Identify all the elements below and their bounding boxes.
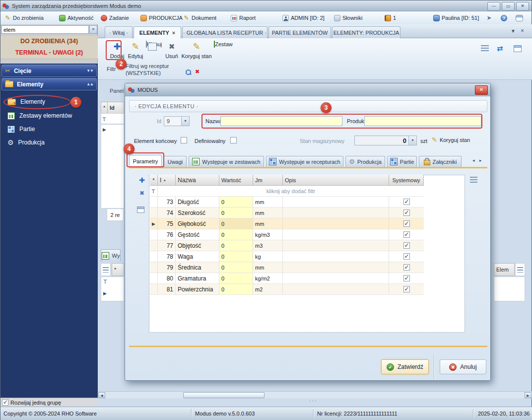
bg-right-column-header[interactable]: Elem — [494, 263, 515, 276]
clear-filter-icon[interactable]: ✖ — [195, 69, 200, 75]
column-chooser-icon[interactable] — [517, 267, 523, 273]
system-checkbox[interactable] — [403, 253, 410, 260]
menu-aktywnosc[interactable]: Aktywność — [59, 13, 94, 22]
grid-unit-header[interactable]: Jm — [253, 175, 283, 185]
column-chooser-icon[interactable] — [470, 177, 477, 183]
tab-close-icon[interactable]: × — [172, 30, 175, 36]
system-checkbox[interactable] — [403, 264, 410, 271]
table-row[interactable]: 74Szerokość0mm — [150, 208, 424, 218]
grid-value-header[interactable]: Wartość — [219, 175, 253, 185]
system-checkbox[interactable] — [403, 231, 410, 238]
menu-do-zrobienia[interactable]: ✎Do zrobienia — [4, 13, 44, 22]
help-button[interactable]: ? — [501, 13, 507, 22]
id-combo[interactable]: 9▼ — [164, 116, 190, 126]
tab-globalna-lista-receptur[interactable]: · GLOBALNA LISTA RECEPTUR · — [182, 26, 267, 38]
chevron-down-icon[interactable]: ▼ — [181, 117, 189, 126]
tab-partie-elementow[interactable]: PARTIE ELEMENTÓW — [268, 26, 331, 38]
tab-witaj[interactable]: · Witaj · — [105, 26, 133, 38]
scrollbar-thumb[interactable] — [183, 392, 265, 398]
tab-elementy-produkcja[interactable]: ELEMENTY: PRODUKCJA — [332, 26, 400, 38]
cancel-button[interactable]: ✖ Anuluj — [440, 359, 486, 374]
splitter-gripper[interactable]: ··· — [303, 397, 323, 404]
adjust-stock-button[interactable]: ✎ Koryguj stan — [432, 136, 470, 143]
chevron-down-icon[interactable]: ▼ — [408, 136, 416, 145]
restore-button[interactable]: ▭ — [502, 2, 515, 11]
sidebar-item-partie[interactable]: Partie — [0, 123, 98, 136]
table-row-selected[interactable]: ▶75Głębokość0mm — [150, 218, 424, 229]
nav-group-ciecie[interactable]: ✂ Cięcie ▼▼ — [1, 65, 97, 77]
column-chooser-icon[interactable] — [137, 207, 144, 213]
todo-banner[interactable]: DO ZROBIENIA (34) — [0, 36, 98, 48]
tab-scroll-left-icon[interactable]: ◂ — [472, 158, 475, 163]
table-row[interactable]: 77Objętość0m3 — [150, 240, 424, 251]
definable-checkbox[interactable] — [230, 137, 237, 143]
grid-filter-row[interactable]: kliknij aby dodać filtr — [150, 186, 424, 197]
system-checkbox[interactable] — [403, 220, 410, 227]
sidebar-item-zestawy-elementow[interactable]: Zestawy elementów — [0, 109, 98, 122]
menu-raport[interactable]: Raport — [231, 13, 256, 22]
dialog-tab-zalaczniki[interactable]: Załączniki — [419, 156, 462, 167]
tab-list-dropdown-icon[interactable]: ▼ — [511, 28, 516, 34]
dialog-tab-uwagi[interactable]: Uwagi — [164, 156, 187, 167]
table-row[interactable]: 80Gramatura0kg/m2 — [150, 273, 424, 284]
sidebar-item-produkcja[interactable]: ⚙ Produkcja — [0, 136, 98, 149]
column-chooser-icon[interactable] — [103, 267, 109, 273]
table-row[interactable]: 78Waga0kg — [150, 251, 424, 262]
close-button[interactable]: ✕ — [516, 2, 529, 11]
add-row-icon[interactable]: ✚ — [138, 177, 146, 185]
delete-button[interactable]: ✖Usuń — [163, 41, 180, 59]
minimize-button[interactable]: — — [487, 2, 500, 11]
table-row[interactable]: 81Powierzchnia0m2 — [150, 284, 424, 295]
grid-system-header[interactable]: Systemowy — [389, 175, 424, 185]
system-checkbox[interactable] — [403, 275, 410, 281]
nav-group-elementy[interactable]: Elementy ▲▲ — [1, 78, 97, 90]
table-row[interactable]: 73Długość0mm — [150, 197, 424, 208]
expand-one-group-checkbox[interactable] — [2, 399, 8, 406]
dialog-tab-wystepuje-w-zestawach[interactable]: Występuje w zestawach — [189, 156, 264, 167]
dialog-tab-produkcja[interactable]: ⚙Produkcja — [345, 156, 385, 167]
dialog-tab-partie[interactable]: Partie — [387, 156, 417, 167]
scroll-right-icon[interactable]: ▶ — [525, 392, 532, 398]
menu-slowniki[interactable]: Słowniki — [334, 13, 362, 22]
set-button[interactable]: Zestaw — [213, 41, 234, 47]
scroll-left-icon[interactable]: ◀ — [98, 392, 105, 398]
clear-filter-icon[interactable]: ✖ — [138, 190, 146, 198]
adjust-stock-button[interactable]: ✎Koryguj stan — [180, 41, 213, 59]
dialog-close-button[interactable]: ✕ — [475, 85, 488, 95]
tab-scroll-right-icon[interactable]: ▸ — [479, 158, 482, 163]
grid-desc-header[interactable]: Opis — [283, 175, 389, 185]
tabbar-close-icon[interactable]: × — [521, 27, 524, 34]
monitor-button[interactable] — [516, 13, 523, 22]
menu-notes-count[interactable]: 1 — [385, 13, 396, 22]
menu-dokument[interactable]: ✎Dokument — [183, 13, 216, 22]
column-chooser-icon[interactable] — [481, 45, 489, 52]
menu-current-user[interactable]: Paulina [ID: 51] — [433, 13, 479, 22]
search-clear-icon[interactable]: ✕ — [89, 25, 97, 34]
system-checkbox[interactable] — [403, 210, 410, 216]
bg-lower-tab[interactable]: Wy — [101, 249, 121, 262]
menu-zadanie[interactable]: Zadanie — [101, 13, 129, 22]
search-input[interactable] — [1, 25, 89, 34]
layout-icon[interactable] — [514, 45, 522, 52]
menu-admin[interactable]: ADMIN [ID: 2] — [282, 13, 325, 22]
system-checkbox[interactable] — [403, 242, 410, 249]
table-row[interactable]: 79Średnica0mm — [150, 262, 424, 273]
final-element-checkbox[interactable] — [181, 137, 187, 143]
grid-filter-hint[interactable]: kliknij aby dodać filtr — [158, 186, 424, 196]
menu-produkcja[interactable]: PRODUKCJA — [140, 13, 183, 22]
stock-spinner[interactable]: 0 ▼ — [354, 136, 417, 145]
dialog-tab-wystepuje-w-recepturach[interactable]: Występuje w recepturach — [266, 156, 343, 167]
terminal-banner[interactable]: TERMINAL - UWAGI (2) — [0, 47, 98, 59]
tab-elementy[interactable]: ELEMENTY× — [133, 26, 181, 38]
grid-name-header[interactable]: Nazwa — [176, 175, 219, 185]
recipe-filter-value[interactable]: (WSZYSTKIE) — [126, 70, 161, 76]
refresh-icon[interactable]: ⇄ — [497, 45, 505, 52]
send-button[interactable]: ➤ — [486, 13, 492, 22]
grid-id-header[interactable]: I▲ — [158, 175, 176, 185]
bg-grid-id-header[interactable]: Id — [107, 102, 124, 114]
clone-button[interactable]: Klonuj — [144, 41, 163, 47]
confirm-button[interactable]: ✔ Zatwierdź — [381, 359, 429, 374]
table-row[interactable]: 76Gęstość0kg/m3 — [150, 229, 424, 240]
system-checkbox[interactable] — [403, 286, 410, 292]
system-checkbox[interactable] — [403, 199, 410, 205]
